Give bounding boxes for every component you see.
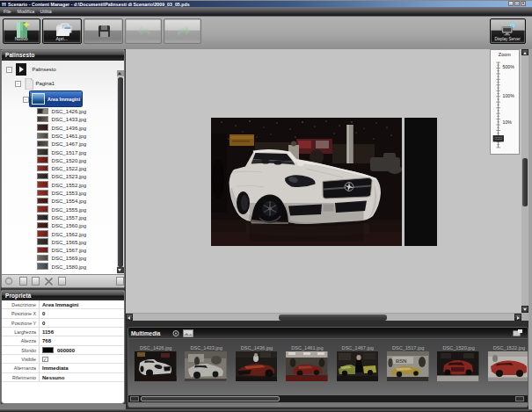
svg-text:500%: 500% [502, 64, 514, 69]
svg-text:10%: 10% [502, 119, 512, 125]
svg-text:BSN: BSN [396, 358, 407, 363]
svg-text:100%: 100% [502, 93, 514, 98]
